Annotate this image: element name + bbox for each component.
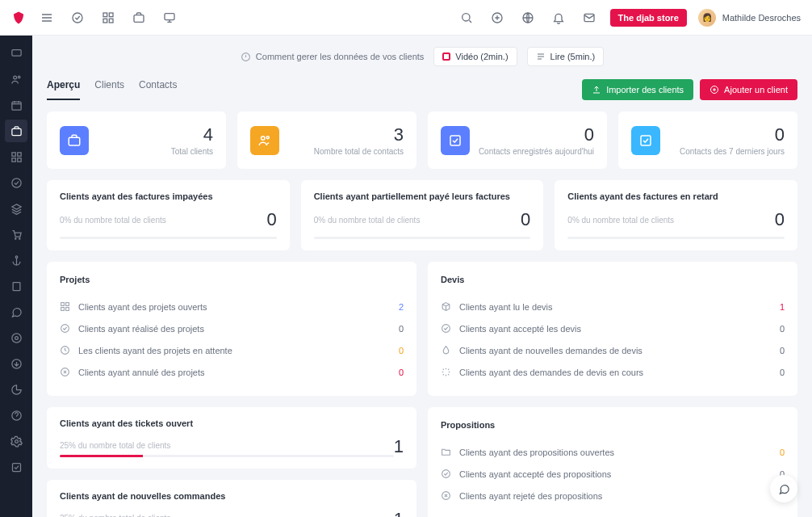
svg-point-25: [11, 333, 20, 342]
sidebar-item-import[interactable]: [5, 352, 27, 375]
import-clients-button[interactable]: Importer des clients: [582, 79, 693, 100]
svg-rect-2: [109, 13, 113, 17]
svg-rect-6: [165, 13, 174, 19]
invoice-partial-card: Clients ayant partiellement payé leurs f…: [301, 180, 544, 250]
list-item[interactable]: Clients ayant accepté les devis 0: [441, 317, 785, 339]
mail-icon[interactable]: [580, 8, 599, 27]
svg-rect-24: [13, 282, 20, 290]
svg-point-20: [11, 178, 20, 187]
chat-fab[interactable]: [770, 475, 797, 502]
tickets-card: Clients ayant des tickets ouvert 25% du …: [47, 407, 416, 469]
sidebar-item-dashboard[interactable]: [5, 42, 27, 65]
svg-rect-4: [109, 19, 113, 23]
stat-total-contacts: 3Nombre total de contacts: [237, 111, 416, 169]
svg-rect-18: [11, 158, 15, 161]
svg-point-29: [15, 439, 18, 443]
sidebar-item-cart[interactable]: [5, 223, 27, 246]
plus-circle-icon[interactable]: [488, 8, 507, 27]
sidebar-item-support[interactable]: [5, 326, 27, 349]
svg-point-45: [442, 325, 450, 333]
logo-icon: [11, 11, 26, 25]
svg-rect-37: [641, 136, 651, 145]
sidebar-item-chat[interactable]: [5, 301, 27, 323]
sidebar-item-apps[interactable]: [5, 145, 27, 168]
tab-clients[interactable]: Clients: [94, 79, 124, 100]
svg-rect-33: [69, 137, 80, 145]
svg-point-0: [73, 13, 82, 23]
users-icon: [250, 126, 279, 155]
svg-point-7: [462, 13, 469, 20]
user-menu[interactable]: 👩 Mathilde Desroches: [698, 9, 801, 27]
svg-rect-14: [11, 102, 20, 110]
projets-panel: Projets Clients ayant des projets ouvert…: [47, 262, 416, 396]
check-square-icon: [441, 126, 470, 155]
globe-icon[interactable]: [518, 8, 538, 27]
sidebar-item-help[interactable]: [5, 404, 27, 427]
sidebar-item-audit[interactable]: [5, 456, 27, 478]
bell-icon[interactable]: [549, 8, 568, 27]
monitor-icon[interactable]: [160, 8, 179, 27]
tab-overview[interactable]: Aperçu: [47, 79, 80, 100]
list-item[interactable]: Clients ayant de nouvelles demandes de d…: [441, 339, 785, 361]
sidebar-item-layers[interactable]: [5, 197, 27, 220]
list-item[interactable]: Clients ayant des projets ouverts 2: [60, 296, 404, 317]
grid-icon[interactable]: [98, 8, 118, 27]
svg-point-35: [266, 136, 269, 138]
svg-rect-17: [17, 152, 20, 155]
svg-rect-41: [66, 308, 69, 311]
list-item[interactable]: Clients ayant accepté des propositions 0: [441, 463, 785, 485]
sidebar-item-book[interactable]: [5, 275, 27, 297]
list-item[interactable]: Clients ayant des demandes de devis en c…: [441, 361, 785, 383]
svg-rect-16: [11, 152, 15, 155]
svg-point-22: [19, 237, 19, 238]
list-item[interactable]: Clients ayant rejeté des propositions 0: [441, 485, 785, 506]
upload-icon: [592, 85, 601, 95]
sidebar-item-reports[interactable]: [5, 378, 27, 401]
sidebar-item-users[interactable]: [5, 68, 27, 90]
svg-rect-40: [61, 308, 65, 311]
list-item[interactable]: Clients ayant annulé des projets 0: [60, 361, 404, 383]
svg-point-12: [13, 76, 16, 79]
check-square-icon: [631, 126, 660, 155]
check-circle-icon[interactable]: [68, 8, 87, 27]
sidebar-item-settings[interactable]: [5, 430, 27, 452]
list-item[interactable]: Les clients ayant des projets en attente…: [60, 339, 404, 361]
svg-rect-38: [61, 303, 65, 306]
menu-icon[interactable]: [37, 8, 57, 27]
svg-point-46: [442, 470, 450, 478]
briefcase-icon[interactable]: [129, 8, 149, 27]
tab-contacts[interactable]: Contacts: [139, 79, 177, 100]
video-icon: [442, 53, 450, 61]
list-item[interactable]: Clients ayant des propositions ouvertes …: [441, 441, 785, 463]
add-client-button[interactable]: Ajouter un client: [700, 79, 797, 100]
video-button[interactable]: Vidéo (2min.): [433, 47, 517, 66]
svg-rect-5: [134, 15, 144, 22]
svg-point-26: [15, 336, 18, 339]
sidebar-item-anchor[interactable]: [5, 249, 27, 271]
list-item[interactable]: Clients ayant lu le devis 1: [441, 296, 785, 317]
list-item[interactable]: Clients ayant réalisé des projets 0: [60, 317, 404, 339]
svg-rect-30: [12, 463, 20, 471]
devis-panel: Devis Clients ayant lu le devis 1 Client…: [428, 262, 797, 396]
commandes-card: Clients ayant de nouvelles commandes 25%…: [47, 480, 416, 517]
invoice-unpaid-card: Clients ayant des factures impayées 0% d…: [47, 180, 290, 250]
sidebar-item-calendar[interactable]: [5, 94, 27, 116]
store-badge[interactable]: The djab store: [610, 9, 687, 27]
propositions-panel: Propositions Clients ayant des propositi…: [428, 407, 797, 517]
svg-rect-39: [66, 303, 69, 306]
stat-total-clients: 4Total clients: [47, 111, 226, 169]
search-icon[interactable]: [457, 8, 476, 27]
sidebar-item-clients[interactable]: [5, 120, 27, 142]
sidebar-item-tasks[interactable]: [5, 171, 27, 194]
svg-point-21: [15, 237, 15, 238]
stat-contacts-today: 0Contacts enregistrés aujourd'hui: [428, 111, 607, 169]
read-button[interactable]: Lire (5min.): [527, 47, 605, 66]
user-name: Mathilde Desroches: [722, 13, 801, 23]
svg-point-42: [61, 325, 69, 333]
read-icon: [536, 52, 546, 61]
svg-point-23: [15, 255, 18, 258]
svg-rect-36: [450, 136, 460, 145]
briefcase-icon: [60, 126, 89, 155]
svg-point-13: [18, 76, 20, 78]
avatar: 👩: [698, 9, 716, 27]
